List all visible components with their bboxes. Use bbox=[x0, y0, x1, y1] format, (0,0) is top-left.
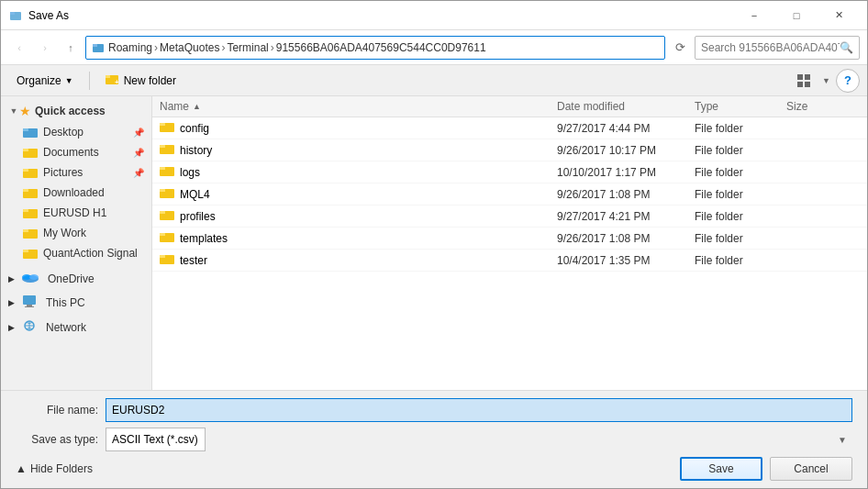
sidebar-network-header[interactable]: ▶ Network bbox=[1, 315, 151, 339]
table-row[interactable]: logs 10/10/2017 1:17 PM File folder bbox=[152, 161, 867, 183]
back-button[interactable]: ‹ bbox=[8, 37, 30, 59]
sidebar-quick-access-header[interactable]: ▼ ★ Quick access bbox=[1, 100, 151, 122]
title-bar-controls: − □ ✕ bbox=[733, 1, 860, 30]
sidebar-item-downloaded[interactable]: Downloaded bbox=[1, 183, 151, 203]
table-row[interactable]: config 9/27/2017 4:44 PM File folder bbox=[152, 117, 867, 139]
table-row[interactable]: history 9/26/2017 10:17 PM File folder bbox=[152, 139, 867, 161]
svg-rect-16 bbox=[23, 169, 28, 172]
svg-rect-45 bbox=[160, 233, 165, 236]
svg-rect-41 bbox=[160, 189, 165, 192]
sidebar-item-pictures[interactable]: Pictures 📌 bbox=[1, 162, 151, 183]
save-button[interactable]: Save bbox=[680, 457, 762, 481]
minimize-button[interactable]: − bbox=[733, 1, 775, 30]
svg-rect-3 bbox=[93, 44, 97, 47]
sidebar-onedrive-header[interactable]: ▶ OneDrive bbox=[1, 267, 151, 290]
folder-row-icon bbox=[160, 208, 174, 224]
col-type-header[interactable]: Type bbox=[695, 100, 786, 113]
svg-rect-47 bbox=[160, 255, 165, 258]
path-terminal: Terminal bbox=[227, 41, 268, 54]
save-button-wrapper: Save bbox=[680, 457, 762, 481]
table-row[interactable]: MQL4 9/26/2017 1:08 PM File folder bbox=[152, 183, 867, 206]
help-button[interactable]: ? bbox=[836, 69, 860, 93]
file-date: 9/26/2017 1:08 PM bbox=[557, 232, 695, 245]
sidebar-thispc-header[interactable]: ▶ This PC bbox=[1, 290, 151, 315]
pin-icon-2: 📌 bbox=[133, 148, 144, 158]
forward-button[interactable]: › bbox=[34, 37, 56, 59]
view-dropdown-arrow-icon[interactable]: ▼ bbox=[820, 76, 832, 85]
cancel-button[interactable]: Cancel bbox=[770, 457, 852, 481]
organize-arrow-icon: ▼ bbox=[65, 76, 73, 85]
svg-rect-35 bbox=[160, 123, 165, 126]
quantaction-folder-icon bbox=[23, 246, 38, 261]
pictures-folder-icon bbox=[23, 165, 38, 180]
address-path[interactable]: Roaming › MetaQuotes › Terminal › 915566… bbox=[85, 36, 665, 60]
svg-rect-14 bbox=[23, 149, 28, 151]
hide-folders-button[interactable]: ▲ Hide Folders bbox=[16, 462, 93, 475]
pin-icon-3: 📌 bbox=[133, 168, 144, 178]
sidebar-item-desktop[interactable]: Desktop 📌 bbox=[1, 122, 151, 142]
file-date: 9/26/2017 10:17 PM bbox=[557, 144, 695, 157]
filename-input[interactable] bbox=[106, 398, 852, 422]
col-name-header[interactable]: Name ▲ bbox=[160, 100, 557, 113]
col-size-header[interactable]: Size bbox=[786, 100, 860, 113]
desktop-folder-icon bbox=[23, 125, 38, 139]
file-type: File folder bbox=[695, 232, 786, 245]
svg-rect-5 bbox=[106, 75, 110, 78]
sidebar-item-eurusd[interactable]: EURUSD H1 bbox=[1, 203, 151, 223]
path-metaquotes: MetaQuotes bbox=[160, 41, 219, 54]
svg-rect-18 bbox=[23, 189, 28, 192]
refresh-button[interactable]: ⟳ bbox=[669, 37, 691, 59]
quick-access-star-icon: ★ bbox=[19, 104, 31, 118]
view-button[interactable] bbox=[791, 69, 817, 93]
file-type: File folder bbox=[695, 144, 786, 157]
up-button[interactable]: ↑ bbox=[60, 37, 82, 59]
file-type: File folder bbox=[695, 188, 786, 201]
svg-rect-9 bbox=[797, 82, 803, 87]
search-box[interactable]: 🔍 bbox=[695, 36, 860, 60]
col-date-header[interactable]: Date modified bbox=[557, 100, 695, 113]
path-hash: 915566BA06ADA407569C544CC0D97611 bbox=[276, 41, 486, 54]
main-content: ▼ ★ Quick access Desktop bbox=[1, 96, 867, 390]
filename-label: File name: bbox=[16, 404, 98, 417]
folder-row-icon bbox=[160, 142, 174, 158]
new-folder-icon: + bbox=[106, 72, 120, 88]
table-row[interactable]: templates 9/26/2017 1:08 PM File folder bbox=[152, 228, 867, 250]
table-row[interactable]: tester 10/4/2017 1:35 PM File folder bbox=[152, 250, 867, 272]
search-input[interactable] bbox=[701, 41, 840, 54]
file-list: Name ▲ Date modified Type Size bbox=[152, 96, 867, 390]
sidebar-item-quantaction[interactable]: QuantAction Signal bbox=[1, 243, 151, 263]
onedrive-expand-icon: ▶ bbox=[8, 274, 15, 283]
svg-rect-12 bbox=[23, 128, 28, 131]
svg-rect-8 bbox=[805, 74, 810, 80]
thispc-expand-icon: ▶ bbox=[8, 298, 15, 307]
file-type: File folder bbox=[695, 210, 786, 223]
documents-folder-icon bbox=[23, 145, 38, 160]
file-date: 10/4/2017 1:35 PM bbox=[557, 254, 695, 267]
maximize-button[interactable]: □ bbox=[775, 1, 818, 30]
svg-rect-29 bbox=[27, 305, 32, 306]
toolbar-divider bbox=[89, 72, 90, 90]
svg-point-27 bbox=[29, 274, 39, 280]
sidebar-item-documents[interactable]: Documents 📌 bbox=[1, 142, 151, 162]
table-row[interactable]: profiles 9/27/2017 4:21 PM File folder bbox=[152, 206, 867, 228]
close-button[interactable]: ✕ bbox=[818, 1, 860, 30]
folder-row-icon bbox=[160, 164, 174, 180]
file-date: 9/27/2017 4:21 PM bbox=[557, 210, 695, 223]
folder-row-icon bbox=[160, 252, 174, 268]
folder-row-icon bbox=[160, 186, 174, 202]
folder-row-icon bbox=[160, 230, 174, 246]
file-name: templates bbox=[180, 232, 228, 245]
savetype-select[interactable]: ASCII Text (*.csv) bbox=[106, 428, 206, 451]
new-folder-button[interactable]: + New folder bbox=[97, 69, 184, 93]
folder-row-icon bbox=[160, 120, 174, 136]
sidebar-item-my-work[interactable]: My Work bbox=[1, 223, 151, 243]
file-date: 9/26/2017 1:08 PM bbox=[557, 188, 695, 201]
savetype-label: Save as type: bbox=[16, 433, 98, 446]
svg-rect-7 bbox=[797, 74, 803, 80]
svg-rect-24 bbox=[23, 250, 28, 252]
svg-rect-10 bbox=[805, 82, 810, 87]
thispc-icon bbox=[22, 295, 37, 310]
action-row: ▲ Hide Folders Save Cancel bbox=[16, 457, 852, 481]
organize-button[interactable]: Organize ▼ bbox=[8, 69, 82, 93]
select-arrow-icon: ▼ bbox=[838, 435, 847, 445]
